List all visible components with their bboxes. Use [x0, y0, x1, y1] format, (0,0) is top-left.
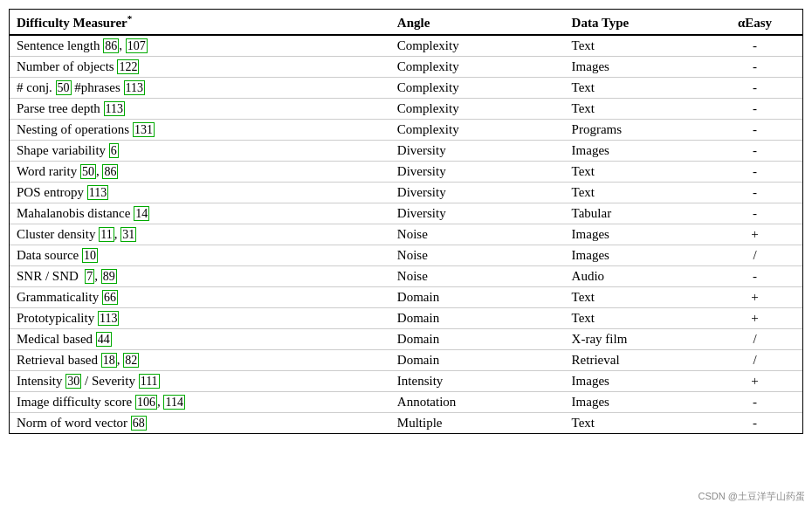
cell-datatype: Retrieval: [565, 350, 707, 371]
ref-badge: 44: [96, 332, 112, 347]
cell-angle: Complexity: [390, 78, 565, 99]
header-datatype: Data Type: [565, 10, 707, 35]
cell-datatype: Images: [565, 57, 707, 78]
cell-angle: Noise: [390, 266, 565, 287]
header-angle: Angle: [390, 10, 565, 35]
cell-measurer: POS entropy 113: [10, 183, 390, 203]
ref-badge: 11: [99, 227, 114, 242]
table-row: Medical based 44DomainX-ray film/: [10, 329, 802, 350]
cell-measurer: # conj. 50 #phrases 113: [10, 78, 390, 99]
cell-datatype: Audio: [565, 266, 707, 287]
ref-badge: 86: [102, 164, 118, 179]
table-row: Prototypicality 113DomainText+: [10, 308, 802, 329]
cell-datatype: Images: [565, 224, 707, 245]
cell-easy: /: [707, 329, 802, 350]
cell-measurer: Image difficulty score 106, 114: [10, 392, 390, 413]
table-header-row: Difficulty Measurer* Angle Data Type αEa…: [10, 10, 802, 35]
cell-measurer: Retrieval based 18, 82: [10, 350, 390, 371]
cell-easy: -: [707, 162, 802, 183]
cell-easy: -: [707, 183, 802, 203]
cell-easy: -: [707, 392, 802, 413]
cell-angle: Diversity: [390, 203, 565, 224]
ref-badge: 14: [134, 206, 149, 221]
table-row: Parse tree depth 113ComplexityText-: [10, 99, 802, 120]
cell-angle: Complexity: [390, 57, 565, 78]
ref-badge: 7: [85, 269, 94, 284]
table-row: Word rarity 50, 86DiversityText-: [10, 162, 802, 183]
cell-easy: +: [707, 308, 802, 329]
cell-measurer: Sentence length 86, 107: [10, 35, 390, 57]
cell-datatype: Text: [565, 78, 707, 99]
cell-easy: -: [707, 120, 802, 141]
ref-badge: 82: [123, 353, 139, 368]
cell-datatype: Text: [565, 99, 707, 120]
cell-angle: Noise: [390, 245, 565, 266]
ref-badge: 107: [126, 38, 148, 53]
cell-angle: Diversity: [390, 162, 565, 183]
cell-measurer: Word rarity 50, 86: [10, 162, 390, 183]
ref-badge: 10: [82, 248, 98, 263]
cell-angle: Intensity: [390, 371, 565, 392]
cell-angle: Domain: [390, 329, 565, 350]
ref-badge: 86: [103, 38, 119, 53]
header-superscript: *: [127, 13, 133, 24]
cell-angle: Domain: [390, 350, 565, 371]
cell-datatype: Text: [565, 308, 707, 329]
cell-angle: Annotation: [390, 392, 565, 413]
table-row: # conj. 50 #phrases 113ComplexityText-: [10, 78, 802, 99]
ref-badge: 68: [131, 416, 147, 431]
ref-badge: 66: [102, 290, 118, 305]
table-row: POS entropy 113DiversityText-: [10, 183, 802, 203]
cell-measurer: Mahalanobis distance 14: [10, 203, 390, 224]
cell-angle: Domain: [390, 287, 565, 308]
cell-easy: -: [707, 57, 802, 78]
cell-datatype: X-ray film: [565, 329, 707, 350]
cell-datatype: Images: [565, 392, 707, 413]
cell-datatype: Tabular: [565, 203, 707, 224]
cell-easy: /: [707, 350, 802, 371]
cell-datatype: Images: [565, 245, 707, 266]
table-container: Difficulty Measurer* Angle Data Type αEa…: [9, 9, 803, 434]
table-row: Sentence length 86, 107ComplexityText-: [10, 35, 802, 57]
table-row: Retrieval based 18, 82DomainRetrieval/: [10, 350, 802, 371]
cell-easy: -: [707, 99, 802, 120]
cell-easy: +: [707, 287, 802, 308]
table-row: Grammaticality 66DomainText+: [10, 287, 802, 308]
cell-angle: Diversity: [390, 183, 565, 203]
cell-easy: -: [707, 413, 802, 434]
cell-measurer: Nesting of operations 131: [10, 120, 390, 141]
ref-badge: 114: [163, 395, 184, 410]
cell-easy: -: [707, 78, 802, 99]
cell-datatype: Text: [565, 183, 707, 203]
watermark: CSDN @土豆洋芋山药蛋: [698, 490, 805, 503]
cell-measurer: SNR / SND 7, 89: [10, 266, 390, 287]
cell-easy: -: [707, 266, 802, 287]
cell-angle: Complexity: [390, 99, 565, 120]
cell-angle: Diversity: [390, 141, 565, 162]
cell-measurer: Cluster density 11, 31: [10, 224, 390, 245]
ref-badge: 122: [117, 59, 139, 74]
cell-angle: Multiple: [390, 413, 565, 434]
table-row: Intensity 30 / Severity 111IntensityImag…: [10, 371, 802, 392]
cell-angle: Complexity: [390, 120, 565, 141]
cell-measurer: Grammaticality 66: [10, 287, 390, 308]
cell-angle: Domain: [390, 308, 565, 329]
table-row: Cluster density 11, 31NoiseImages+: [10, 224, 802, 245]
cell-measurer: Prototypicality 113: [10, 308, 390, 329]
header-easy: αEasy: [707, 10, 802, 35]
cell-measurer: Shape variability 6: [10, 141, 390, 162]
cell-angle: Noise: [390, 224, 565, 245]
cell-easy: +: [707, 224, 802, 245]
cell-datatype: Images: [565, 141, 707, 162]
cell-easy: -: [707, 141, 802, 162]
cell-measurer: Norm of word vector 68: [10, 413, 390, 434]
cell-easy: -: [707, 203, 802, 224]
ref-badge: 111: [139, 374, 160, 389]
difficulty-table: Difficulty Measurer* Angle Data Type αEa…: [10, 10, 802, 433]
table-row: Shape variability 6DiversityImages-: [10, 141, 802, 162]
cell-measurer: Intensity 30 / Severity 111: [10, 371, 390, 392]
cell-datatype: Text: [565, 35, 707, 57]
cell-easy: +: [707, 371, 802, 392]
cell-datatype: Programs: [565, 120, 707, 141]
header-measurer: Difficulty Measurer*: [10, 10, 390, 35]
